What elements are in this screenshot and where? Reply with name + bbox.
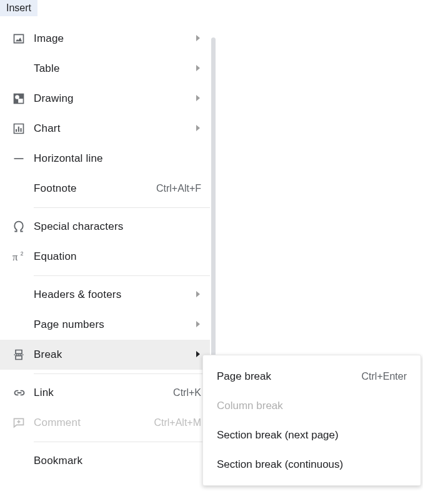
submenu-item-label: Section break (next page): [217, 429, 407, 442]
menu-item-label: Table: [34, 62, 189, 75]
menu-separator: [34, 275, 210, 276]
menu-item-special-characters[interactable]: Special characters: [0, 212, 210, 242]
menu-item-label: Headers & footers: [34, 289, 189, 301]
submenu-arrow-icon: [189, 64, 201, 74]
link-icon: [12, 387, 34, 399]
submenu-arrow-icon: [189, 320, 201, 330]
insert-menu-tab[interactable]: Insert: [0, 0, 37, 16]
menu-item-label: Chart: [34, 122, 189, 135]
menu-item-break[interactable]: Break: [0, 340, 210, 370]
menu-item-label: Page numbers: [34, 319, 189, 331]
menu-separator: [34, 207, 210, 208]
menu-item-shortcut: Ctrl+K: [173, 387, 201, 398]
menu-item-label: Special characters: [34, 220, 201, 233]
menu-item-label: Comment: [34, 417, 154, 429]
svg-point-1: [15, 95, 19, 99]
break-submenu: Page break Ctrl+Enter Column break Secti…: [202, 355, 421, 486]
menu-item-label: Drawing: [34, 92, 189, 105]
menu-item-headers-footers[interactable]: Headers & footers: [0, 280, 210, 310]
svg-rect-5: [21, 128, 22, 132]
menu-item-equation[interactable]: π2 Equation: [0, 242, 210, 272]
image-icon: [12, 32, 34, 45]
menu-item-drawing[interactable]: Drawing: [0, 84, 210, 114]
menu-item-chart[interactable]: Chart: [0, 114, 210, 144]
menu-item-image[interactable]: Image: [0, 24, 210, 54]
menu-item-label: Image: [34, 32, 189, 45]
submenu-item-section-next-page[interactable]: Section break (next page): [203, 420, 421, 450]
menu-separator: [34, 442, 210, 442]
drawing-icon: [12, 92, 34, 105]
svg-text:2: 2: [21, 251, 24, 257]
submenu-arrow-icon: [189, 124, 201, 134]
menu-separator: [34, 373, 210, 374]
menu-item-label: Link: [34, 387, 173, 399]
svg-rect-6: [14, 158, 24, 159]
menu-item-horizontal-line[interactable]: Horizontal line: [0, 144, 210, 174]
menu-item-label: Equation: [34, 250, 201, 263]
dropdown-scrollbar[interactable]: [211, 37, 216, 392]
chart-icon: [12, 122, 34, 135]
submenu-item-page-break[interactable]: Page break Ctrl+Enter: [203, 362, 421, 391]
submenu-item-label: Column break: [217, 400, 407, 412]
submenu-arrow-icon: [189, 34, 201, 44]
submenu-arrow-icon: [189, 290, 201, 300]
svg-rect-3: [16, 129, 17, 132]
submenu-arrow-icon: [189, 94, 201, 104]
svg-rect-2: [18, 99, 22, 103]
special-characters-icon: [12, 220, 34, 234]
menu-item-shortcut: Ctrl+Alt+F: [156, 183, 201, 194]
equation-icon: π2: [12, 250, 34, 263]
menu-item-label: Break: [34, 348, 189, 361]
comment-icon: [12, 417, 34, 429]
menu-item-link[interactable]: Link Ctrl+K: [0, 378, 210, 408]
menu-item-comment: Comment Ctrl+Alt+M: [0, 408, 210, 438]
svg-rect-4: [18, 127, 19, 132]
menu-item-label: Horizontal line: [34, 152, 201, 165]
submenu-arrow-icon: [189, 350, 201, 360]
menu-item-table[interactable]: Table: [0, 54, 210, 84]
insert-dropdown-menu: Image Table Drawing Chart Horizo: [0, 19, 210, 476]
menu-item-page-numbers[interactable]: Page numbers: [0, 310, 210, 340]
svg-text:π: π: [12, 251, 18, 263]
menu-item-bookmark[interactable]: Bookmark: [0, 446, 210, 476]
submenu-item-label: Page break: [217, 370, 362, 383]
menu-item-label: Bookmark: [34, 455, 201, 467]
submenu-item-column-break: Column break: [203, 391, 421, 420]
horizontal-line-icon: [12, 152, 34, 165]
submenu-item-section-continuous[interactable]: Section break (continuous): [203, 450, 421, 479]
menu-item-footnote[interactable]: Footnote Ctrl+Alt+F: [0, 174, 210, 204]
menu-item-shortcut: Ctrl+Alt+M: [154, 417, 201, 428]
submenu-item-label: Section break (continuous): [217, 458, 407, 471]
menu-item-label: Footnote: [34, 182, 156, 195]
break-icon: [12, 348, 34, 361]
submenu-item-shortcut: Ctrl+Enter: [362, 371, 407, 382]
